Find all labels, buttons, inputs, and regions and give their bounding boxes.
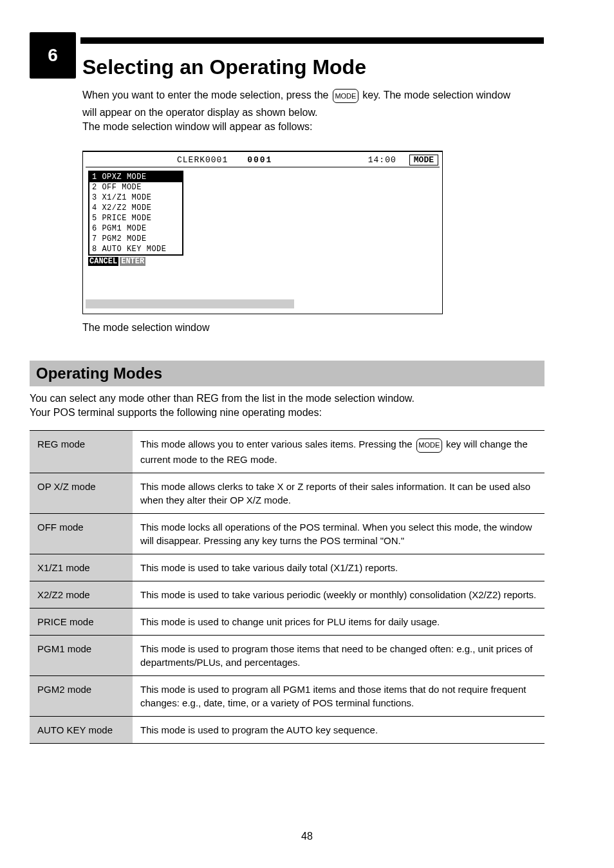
- mode-desc-x2z2: This mode is used to take various period…: [133, 581, 544, 608]
- mode-label-off: OFF mode: [30, 513, 133, 554]
- mode-menu-item-pgm1[interactable]: 6 PGM1 MODE: [89, 223, 182, 234]
- mode-menu-item-autokey[interactable]: 8 AUTO KEY MODE: [89, 244, 182, 254]
- table-row: OFF mode This mode locks all operations …: [30, 513, 544, 554]
- desc-text-a: This mode allows you to enter various sa…: [140, 439, 415, 449]
- mode-label-x2z2: X2/Z2 mode: [30, 581, 133, 608]
- mode-desc-opxz: This mode allows clerks to take X or Z r…: [133, 473, 544, 513]
- screen-mock: CLERK0001 0001 14:00 MODE 1 OPXZ MODE 2 …: [82, 151, 443, 314]
- intro-text-1b: key. The mode selection window: [362, 90, 510, 100]
- intro-line-1: When you want to enter the mode selectio…: [82, 89, 510, 103]
- table-row: OP X/Z mode This mode allows clerks to t…: [30, 473, 544, 513]
- mode-menu-item-price[interactable]: 5 PRICE MODE: [89, 213, 182, 223]
- mode-desc-reg: This mode allows you to enter various sa…: [133, 431, 544, 473]
- mode-desc-off: This mode locks all operations of the PO…: [133, 513, 544, 554]
- screen-status-bar: [86, 299, 294, 308]
- table-row: PGM2 mode This mode is used to program a…: [30, 675, 544, 716]
- mode-label-autokey: AUTO KEY mode: [30, 716, 133, 743]
- table-row: X2/Z2 mode This mode is used to take var…: [30, 581, 544, 608]
- mode-menu-item-x1z1[interactable]: 3 X1/Z1 MODE: [89, 193, 182, 203]
- enter-button[interactable]: ENTER: [120, 257, 145, 266]
- mode-label-x1z1: X1/Z1 mode: [30, 554, 133, 581]
- mode-desc-x1z1: This mode is used to take various daily …: [133, 554, 544, 581]
- modes-intro-1: You can select any mode other than REG f…: [30, 393, 414, 404]
- screen-header: CLERK0001 0001 14:00 MODE: [83, 154, 442, 165]
- cancel-button[interactable]: CANCEL: [88, 257, 118, 266]
- mode-menu-item-off[interactable]: 2 OFF MODE: [89, 182, 182, 193]
- mode-menu-item-x2z2[interactable]: 4 X2/Z2 MODE: [89, 203, 182, 213]
- mode-desc-autokey: This mode is used to program the AUTO ke…: [133, 716, 544, 743]
- intro-line-3: The mode selection window will appear as…: [82, 121, 313, 133]
- section-number-badge: 6: [30, 32, 76, 79]
- mode-desc-price: This mode is used to change unit prices …: [133, 608, 544, 635]
- mode-label-pgm1: PGM1 mode: [30, 635, 133, 675]
- operating-modes-table: REG mode This mode allows you to enter v…: [30, 430, 544, 744]
- figure-caption: The mode selection window: [82, 322, 209, 334]
- screen-time: 14:00: [368, 155, 396, 165]
- mode-label-reg: REG mode: [30, 431, 133, 473]
- mode-desc-pgm1: This mode is used to program those items…: [133, 635, 544, 675]
- table-row: REG mode This mode allows you to enter v…: [30, 431, 544, 473]
- mode-menu-item-opxz[interactable]: 1 OPXZ MODE: [89, 172, 182, 182]
- mode-key-icon: MODE: [416, 439, 442, 453]
- modes-intro-2: Your POS terminal supports the following…: [30, 407, 322, 419]
- mode-desc-pgm2: This mode is used to program all PGM1 it…: [133, 675, 544, 716]
- screen-consec-number: 0001: [247, 155, 272, 165]
- mode-menu[interactable]: 1 OPXZ MODE 2 OFF MODE 3 X1/Z1 MODE 4 X2…: [88, 171, 183, 256]
- header-rule: [80, 37, 544, 44]
- screen-clerk-label: CLERK0001: [177, 155, 228, 165]
- table-row: PGM1 mode This mode is used to program t…: [30, 635, 544, 675]
- table-row: PRICE mode This mode is used to change u…: [30, 608, 544, 635]
- mode-label-pgm2: PGM2 mode: [30, 675, 133, 716]
- screen-top-border: [83, 151, 442, 152]
- page-number: 48: [0, 831, 614, 842]
- table-row: AUTO KEY mode This mode is used to progr…: [30, 716, 544, 743]
- table-row: X1/Z1 mode This mode is used to take var…: [30, 554, 544, 581]
- intro-text-1a: When you want to enter the mode selectio…: [82, 90, 331, 100]
- mode-label-opxz: OP X/Z mode: [30, 473, 133, 513]
- intro-line-2: will appear on the operator display as s…: [82, 107, 318, 118]
- screen-header-rule: [86, 167, 440, 167]
- operating-modes-heading: Operating Modes: [30, 361, 544, 386]
- section-title: Selecting an Operating Mode: [82, 55, 366, 79]
- mode-key-icon: MODE: [333, 89, 358, 103]
- screen-mode-indicator: MODE: [409, 155, 438, 165]
- mode-menu-item-pgm2[interactable]: 7 PGM2 MODE: [89, 234, 182, 244]
- mode-label-price: PRICE mode: [30, 608, 133, 635]
- mode-menu-actions: CANCELENTER: [88, 257, 145, 266]
